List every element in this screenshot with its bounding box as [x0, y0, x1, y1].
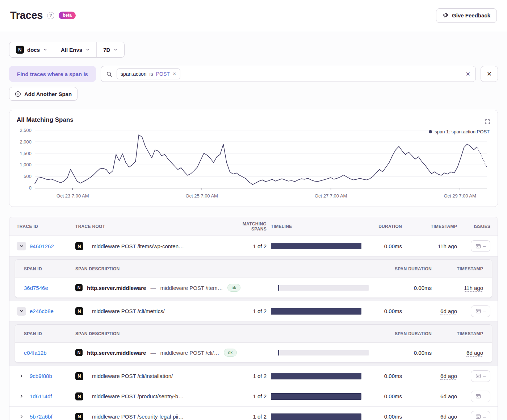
megaphone-icon [443, 12, 449, 18]
spans-sub-table: SPAN ID SPAN DESCRIPTION SPAN DURATION T… [15, 324, 492, 363]
col-span-timestamp: TIMESTAMP [436, 266, 483, 271]
span-search-input[interactable]: span.action is POST ✕ ✕ [101, 66, 476, 82]
timeline-bar [271, 308, 361, 315]
trace-root-text: middleware POST /cli/installation/ [92, 373, 173, 379]
svg-text:0: 0 [29, 185, 32, 191]
matching-spans-count: 1 of 2 [227, 308, 267, 314]
svg-text:Oct 25 7:00 AM: Oct 25 7:00 AM [186, 193, 218, 199]
spans-sub-table-header: SPAN ID SPAN DESCRIPTION SPAN DURATION T… [15, 325, 492, 343]
svg-text:Oct 23 7:00 AM: Oct 23 7:00 AM [56, 193, 89, 199]
issues-button[interactable]: – [471, 370, 490, 382]
trace-id-link[interactable]: 5b72a6bf [30, 413, 53, 420]
span-id-link[interactable]: e04fa12b [24, 350, 71, 356]
svg-text:Oct 27 7:00 AM: Oct 27 7:00 AM [315, 193, 347, 199]
issue-box-icon [475, 373, 481, 379]
span-timeline-bar [278, 350, 369, 355]
expand-row-button[interactable] [17, 412, 26, 420]
timestamp-value: 11h ago [438, 243, 457, 250]
span-timestamp-value: 6d ago [466, 350, 483, 357]
span-status-badge: ok [227, 284, 241, 292]
timestamp-value: 6d ago [440, 373, 457, 380]
give-feedback-button[interactable]: Give Feedback [436, 8, 497, 23]
spans-chart[interactable]: 05001,0001,5002,0002,500Oct 23 7:00 AMOc… [17, 126, 490, 201]
chevron-right-icon [19, 414, 24, 419]
trace-root-text: middleware POST /product/sentry-b… [92, 393, 184, 399]
span-row: e04fa12b N http.server.middleware — midd… [15, 343, 492, 362]
timestamp-value: 6d ago [440, 413, 457, 420]
clear-search-icon[interactable]: ✕ [466, 71, 470, 78]
svg-text:2,000: 2,000 [20, 139, 31, 145]
trace-root-text: middleware POST /cli/metrics/ [92, 308, 165, 314]
trace-id-link[interactable]: 94601262 [30, 243, 54, 249]
date-range-filter[interactable]: 7D [96, 42, 124, 57]
trace-root-text: middleware POST /items/wp-conten… [92, 243, 184, 249]
span-row: 36d7546e N http.server.middleware — midd… [15, 278, 492, 298]
issue-box-icon [475, 244, 481, 249]
span-description: middleware POST /item… [160, 285, 223, 291]
nextjs-project-icon: N [75, 284, 83, 291]
timeline-bar [271, 413, 361, 420]
timeline-bar [271, 243, 361, 249]
trace-root-text: middleware POST /security-legal-pii… [92, 413, 184, 420]
filter-token[interactable]: span.action is POST ✕ [117, 68, 180, 79]
trace-id-link[interactable]: e246cb8e [30, 308, 54, 314]
no-issues-dash: – [483, 244, 486, 249]
expanded-spans-zone: SPAN ID SPAN DESCRIPTION SPAN DURATION T… [9, 256, 498, 301]
beta-badge: beta [59, 12, 76, 19]
timestamp-value: 6d ago [440, 393, 457, 400]
col-timeline: TIMELINE [271, 224, 361, 229]
table-row: 1d6114df N middleware POST /product/sent… [9, 386, 498, 406]
chart-title: All Matching Spans [17, 116, 490, 124]
issues-button[interactable]: – [471, 240, 490, 252]
nextjs-project-icon: N [75, 392, 83, 400]
issues-button[interactable]: – [471, 305, 490, 317]
span-status-badge: ok [224, 349, 237, 357]
find-traces-label: Find traces where a span is [9, 66, 96, 82]
project-filter[interactable]: N docs [9, 42, 54, 57]
span-id-link[interactable]: 36d7546e [24, 285, 71, 291]
spans-sub-table-header: SPAN ID SPAN DESCRIPTION SPAN DURATION T… [15, 260, 492, 278]
fullscreen-icon[interactable] [485, 119, 490, 125]
col-timestamp: TIMESTAMP [406, 224, 457, 229]
col-span-duration: SPAN DURATION [373, 331, 432, 336]
svg-text:Oct 29 7:00 AM: Oct 29 7:00 AM [444, 193, 476, 199]
svg-text:1,000: 1,000 [20, 162, 31, 167]
duration-value: 0.00ms [366, 393, 402, 399]
matching-spans-count: 1 of 2 [227, 393, 267, 399]
remove-token-icon[interactable]: ✕ [173, 71, 176, 76]
issues-button[interactable]: – [471, 391, 490, 402]
nextjs-project-icon: N [75, 307, 83, 315]
nextjs-project-icon: N [75, 413, 83, 420]
collapse-row-button[interactable] [17, 242, 26, 250]
collapse-row-button[interactable] [17, 307, 26, 316]
timestamp-value: 6d ago [440, 308, 457, 315]
chart-legend[interactable]: span 1: span.action:POST [429, 129, 490, 134]
nextjs-project-icon: N [16, 46, 24, 54]
table-row: 9cb9f88b N middleware POST /cli/installa… [9, 366, 498, 386]
svg-text:500: 500 [24, 174, 32, 179]
environment-filter[interactable]: All Envs [54, 42, 96, 57]
expand-row-button[interactable] [17, 372, 26, 381]
add-another-span-button[interactable]: Add Another Span [9, 87, 77, 101]
help-icon[interactable]: ? [47, 12, 54, 19]
span-description: middleware POST /cli/… [160, 350, 219, 356]
chevron-down-icon [19, 244, 24, 249]
no-issues-dash: – [483, 414, 486, 419]
duration-value: 0.00ms [366, 308, 402, 314]
no-issues-dash: – [483, 374, 486, 379]
traces-table-header: TRACE ID TRACE ROOT MATCHING SPANS TIMEL… [9, 217, 498, 236]
trace-id-link[interactable]: 9cb9f88b [30, 373, 52, 379]
nextjs-project-icon: N [75, 372, 83, 380]
expand-row-button[interactable] [17, 392, 26, 401]
col-span-timestamp: TIMESTAMP [436, 331, 483, 336]
legend-dot [429, 130, 432, 133]
col-matching-spans: MATCHING SPANS [227, 221, 267, 232]
col-span-description: SPAN DESCRIPTION [75, 266, 274, 271]
col-span-description: SPAN DESCRIPTION [75, 331, 274, 336]
issue-box-icon [475, 394, 481, 399]
remove-span-query-button[interactable]: ✕ [481, 66, 498, 82]
issues-button[interactable]: – [471, 411, 490, 420]
nextjs-project-icon: N [75, 242, 83, 250]
trace-id-link[interactable]: 1d6114df [30, 393, 52, 399]
spans-chart-svg[interactable]: 05001,0001,5002,0002,500Oct 23 7:00 AMOc… [17, 126, 490, 201]
